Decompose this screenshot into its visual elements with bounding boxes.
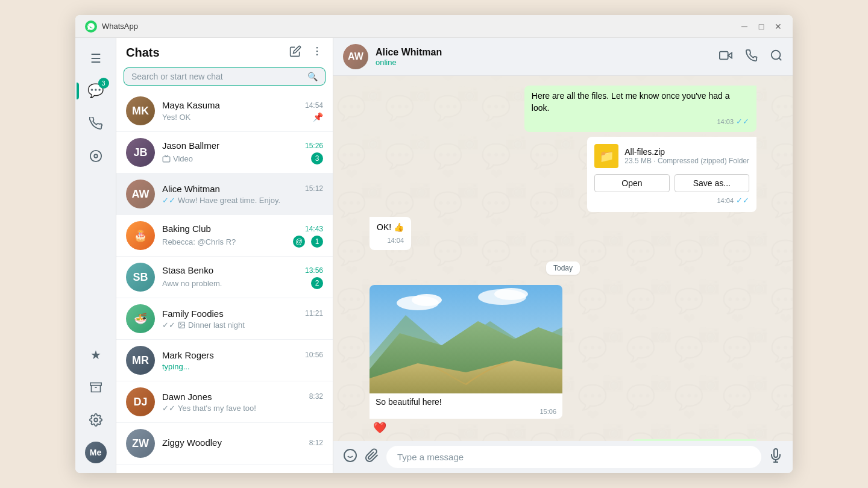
avatar-jason: JB [126,138,155,167]
svg-point-23 [494,288,528,300]
avatar-maya: MK [126,96,155,125]
chat-item-jason[interactable]: JB Jason Ballmer 15:26 Video 3 [116,132,333,174]
chat-main: 💬📷❤ AW Alice Whitman online [333,38,793,473]
starred-nav-icon[interactable]: ★ [85,344,107,366]
svg-rect-2 [90,383,101,386]
chat-info-dawn: Dawn Jones 8:32 ✓✓ Yes that's my fave to… [162,392,323,413]
mention-icon-baking: @ [293,236,305,248]
svg-rect-16 [720,51,728,59]
chat-preview-alice: ✓✓ Wow! Have great time. Enjoy. [162,196,323,205]
open-file-button[interactable]: Open [594,174,669,192]
chat-menu-icon[interactable] [311,45,323,60]
voice-call-icon[interactable] [744,49,758,65]
new-chat-icon[interactable] [289,45,301,60]
mountain-image [370,285,562,393]
chat-time-dawn: 8:32 [309,392,323,401]
message-row-image: So beautiful here! 15:06 ❤️ [370,285,756,434]
chat-info-stasa: Stasa Benko 13:56 Aww no problem. 2 [162,265,323,289]
minimize-button[interactable]: ─ [740,22,749,31]
chat-name-family: Family Foodies [162,308,224,319]
svg-point-7 [316,54,318,56]
chat-preview-mark: typing... [162,362,323,371]
chat-list-header-icons [289,45,323,60]
app-title: WhatsApp [102,22,740,31]
avatar-family: 🍜 [126,304,155,333]
chat-item-stasa[interactable]: SB Stasa Benko 13:56 Aww no problem. 2 [116,257,333,298]
chat-item-alice[interactable]: AW Alice Whitman 15:12 ✓✓ Wow! Have grea… [116,174,333,215]
video-call-icon[interactable] [719,49,732,65]
search-icon: 🔍 [307,72,318,81]
calls-nav-icon[interactable] [85,113,107,134]
message-input[interactable] [386,446,761,468]
app-body: ☰ 💬 3 ★ [75,38,793,473]
search-messages-icon[interactable] [770,49,783,65]
svg-marker-15 [728,52,732,58]
chat-info-alice: Alice Whitman 15:12 ✓✓ Wow! Have great t… [162,184,323,205]
avatar-mark: MR [126,346,155,375]
chat-name-baking: Baking Club [162,224,211,234]
chat-info-mark: Mark Rogers 10:56 typing... [162,350,323,371]
search-bar[interactable]: 🔍 [124,67,326,86]
settings-nav-icon[interactable] [85,409,107,431]
avatar-baking: 🎂 [126,221,155,250]
chat-time-alice: 15:12 [305,184,323,193]
message-text: Here are all the files. Let me know once… [532,90,749,114]
chat-name-jason: Jason Ballmer [162,140,219,151]
chat-name-maya: Maya Kasuma [162,100,220,110]
message-bubble-received-1: OK! 👍 14:04 [370,217,411,250]
archived-nav-icon[interactable] [85,377,107,398]
chat-info-ziggy: Ziggy Woodley 8:12 [162,437,323,449]
chat-name-ziggy: Ziggy Woodley [162,437,222,448]
svg-line-18 [779,58,781,60]
file-message-time: 14:04 [717,197,734,204]
file-actions: Open Save as... [594,174,749,192]
chat-list-header: Chats [116,38,333,65]
chat-list-title: Chats [126,46,160,60]
chat-item-dawn[interactable]: DJ Dawn Jones 8:32 ✓✓ Yes that's my fave… [116,381,333,423]
chat-time-family: 11:21 [305,309,323,318]
chat-item-baking[interactable]: 🎂 Baking Club 14:43 Rebecca: @Chris R? @… [116,215,333,257]
user-avatar-icon[interactable]: Me [85,442,107,463]
maximize-button[interactable]: □ [756,22,766,31]
attachment-icon[interactable] [365,448,379,466]
chats-nav-icon[interactable]: 💬 3 [85,80,107,102]
app-window: WhatsApp ─ □ ✕ ☰ 💬 3 [75,15,793,473]
file-details: All-files.zip 23.5 MB · Compressed (zipp… [624,147,749,165]
voice-message-icon[interactable] [769,448,783,466]
status-nav-icon[interactable] [85,145,107,167]
svg-point-21 [412,294,442,306]
chat-info-maya: Maya Kasuma 14:54 Yes! OK 📌 [162,100,323,122]
message-check: ✓✓ [736,116,749,127]
unread-badge-jason: 3 [311,152,323,164]
chat-item-maya[interactable]: MK Maya Kasuma 14:54 Yes! OK 📌 [116,90,333,132]
avatar-dawn: DJ [126,387,155,416]
svg-point-5 [316,47,318,49]
message-time: 14:03 [717,117,734,127]
chat-topbar-avatar[interactable]: AW [343,44,368,69]
messages-area[interactable]: Here are all the files. Let me know once… [333,76,793,441]
file-message-check: ✓✓ [736,196,749,205]
unread-badge-baking: 1 [311,236,323,248]
message-bubble-sent-1: Here are all the files. Let me know once… [524,86,756,132]
title-bar: WhatsApp ─ □ ✕ [75,15,793,38]
chat-item-family[interactable]: 🍜 Family Foodies 11:21 ✓✓ Dinner last ni… [116,298,333,340]
file-size: 23.5 MB · Compressed (zipped) Folder [624,157,749,165]
chat-item-mark[interactable]: MR Mark Rogers 10:56 typing... [116,340,333,381]
svg-point-6 [316,51,318,52]
message-row: Here are all the files. Let me know once… [370,86,756,132]
search-input[interactable] [131,72,307,81]
emoji-icon[interactable] [343,448,357,466]
message-row-received-1: OK! 👍 14:04 [370,217,756,250]
save-file-button[interactable]: Save as... [675,174,749,192]
svg-point-0 [90,151,101,161]
date-divider: Today [370,262,756,273]
chat-name-dawn: Dawn Jones [162,392,212,402]
avatar-ziggy: ZW [126,429,155,458]
menu-icon[interactable]: ☰ [85,48,107,69]
close-button[interactable]: ✕ [773,22,783,31]
chat-preview-maya: Yes! OK [162,113,313,122]
chat-item-ziggy[interactable]: ZW Ziggy Woodley 8:12 [116,423,333,465]
chat-time-ziggy: 8:12 [309,439,323,447]
chat-preview-dawn: ✓✓ Yes that's my fave too! [162,404,323,413]
chat-name-mark: Mark Rogers [162,350,214,360]
